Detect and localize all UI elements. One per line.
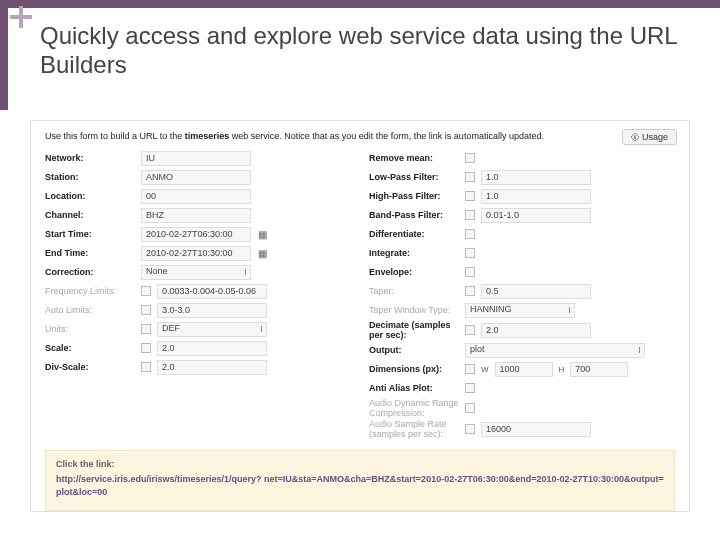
link-box-title: Click the link: [56, 459, 664, 469]
dim-h-label: H [559, 365, 565, 374]
audio-sr-input[interactable] [481, 422, 591, 437]
dim-h-input[interactable] [570, 362, 628, 377]
calendar-icon[interactable]: ▦ [255, 227, 269, 241]
taper-window-select[interactable]: HANNING [465, 303, 575, 318]
station-label: Station: [45, 172, 141, 182]
antialias-checkbox[interactable] [465, 383, 475, 393]
network-label: Network: [45, 153, 141, 163]
bandpass-input[interactable] [481, 208, 591, 223]
generated-url-link[interactable]: http://service.iris.edu/irisws/timeserie… [56, 473, 664, 498]
channel-input[interactable] [141, 208, 251, 223]
correction-label: Correction: [45, 267, 141, 277]
page-title: Quickly access and explore web service d… [40, 22, 680, 80]
decor-left-bar [0, 0, 8, 110]
envelope-checkbox[interactable] [465, 267, 475, 277]
integrate-label: Integrate: [369, 248, 465, 258]
taper-label: Taper: [369, 286, 465, 296]
correction-select[interactable]: None [141, 265, 251, 280]
units-label: Units: [45, 324, 141, 334]
location-label: Location: [45, 191, 141, 201]
units-select[interactable]: DEF [157, 322, 267, 337]
decimate-checkbox[interactable] [465, 325, 475, 335]
audio-sr-checkbox[interactable] [465, 424, 475, 434]
start-time-label: Start Time: [45, 229, 141, 239]
scale-checkbox[interactable] [141, 343, 151, 353]
form-columns: Network: Station: Location: Channel: Sta… [45, 149, 675, 440]
integrate-checkbox[interactable] [465, 248, 475, 258]
end-time-input[interactable] [141, 246, 251, 261]
dim-w-label: W [481, 365, 489, 374]
antialias-label: Anti Alias Plot: [369, 383, 465, 393]
differentiate-checkbox[interactable] [465, 229, 475, 239]
div-scale-checkbox[interactable] [141, 362, 151, 372]
dim-w-input[interactable] [495, 362, 553, 377]
output-select[interactable]: plot [465, 343, 645, 358]
station-input[interactable] [141, 170, 251, 185]
bandpass-checkbox[interactable] [465, 210, 475, 220]
div-scale-input[interactable] [157, 360, 267, 375]
freq-limits-input[interactable] [157, 284, 267, 299]
form-panel: Use this form to build a URL to the time… [30, 120, 690, 512]
scale-label: Scale: [45, 343, 141, 353]
decimate-input[interactable] [481, 323, 591, 338]
channel-label: Channel: [45, 210, 141, 220]
intro-bold: timeseries [185, 131, 230, 141]
highpass-checkbox[interactable] [465, 191, 475, 201]
units-checkbox[interactable] [141, 324, 151, 334]
output-label: Output: [369, 345, 465, 355]
div-scale-label: Div-Scale: [45, 362, 141, 372]
audio-drc-label: Audio Dynamic Range Compression: [369, 398, 465, 418]
network-input[interactable] [141, 151, 251, 166]
bandpass-label: Band-Pass Filter: [369, 210, 465, 220]
auto-limits-checkbox[interactable] [141, 305, 151, 315]
auto-limits-label: Auto Limits: [45, 305, 141, 315]
envelope-label: Envelope: [369, 267, 465, 277]
highpass-input[interactable] [481, 189, 591, 204]
intro-text: Use this form to build a URL to the time… [45, 131, 675, 141]
decimate-label: Decimate (samples per sec): [369, 320, 465, 340]
link-box: Click the link: http://service.iris.edu/… [45, 450, 675, 511]
calendar-icon[interactable]: ▦ [255, 246, 269, 260]
scale-input[interactable] [157, 341, 267, 356]
taper-input[interactable] [481, 284, 591, 299]
location-input[interactable] [141, 189, 251, 204]
freq-limits-checkbox[interactable] [141, 286, 151, 296]
freq-limits-label: Frequency Limits: [45, 286, 141, 296]
highpass-label: High-Pass Filter: [369, 191, 465, 201]
lowpass-checkbox[interactable] [465, 172, 475, 182]
decor-top-bar [0, 0, 720, 8]
col-left: Network: Station: Location: Channel: Sta… [45, 149, 351, 440]
dimensions-checkbox[interactable] [465, 364, 475, 374]
auto-limits-input[interactable] [157, 303, 267, 318]
audio-drc-checkbox[interactable] [465, 403, 475, 413]
col-right: Remove mean: Low-Pass Filter: High-Pass … [369, 149, 675, 440]
intro-post: web service. Notice that as you edit the… [229, 131, 544, 141]
remove-mean-checkbox[interactable] [465, 153, 475, 163]
taper-checkbox[interactable] [465, 286, 475, 296]
differentiate-label: Differentiate: [369, 229, 465, 239]
lowpass-input[interactable] [481, 170, 591, 185]
audio-sr-label: Audio Sample Rate (samples per sec): [369, 419, 465, 439]
remove-mean-label: Remove mean: [369, 153, 465, 163]
plus-icon [10, 6, 32, 28]
intro-pre: Use this form to build a URL to the [45, 131, 185, 141]
lowpass-label: Low-Pass Filter: [369, 172, 465, 182]
usage-button[interactable]: Usage [622, 129, 677, 145]
start-time-input[interactable] [141, 227, 251, 242]
taper-window-label: Taper Window Type: [369, 305, 465, 315]
dimensions-label: Dimensions (px): [369, 364, 465, 374]
end-time-label: End Time: [45, 248, 141, 258]
